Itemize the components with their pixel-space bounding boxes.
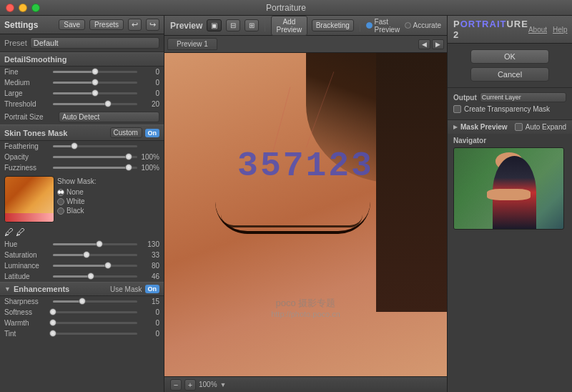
slider-row-warmth: Warmth 0	[0, 318, 164, 328]
navigator-section: Navigator	[448, 134, 572, 232]
preview-tab-1[interactable]: Preview 1	[167, 38, 217, 50]
skin-tones-mode-select[interactable]: Custom	[110, 127, 142, 138]
radio-none-dot[interactable]	[57, 189, 64, 196]
slider-row-large: Large 0	[0, 88, 164, 99]
tab-prev-button[interactable]: ◀	[418, 39, 430, 49]
preview-image-area[interactable]: 357123 poco 摄影专题 http://photo.poco.cn	[164, 53, 447, 376]
dropper-plus-icon[interactable]: 🖊	[16, 227, 25, 237]
radio-white-dot[interactable]	[57, 198, 64, 205]
settings-header: Settings Save Presets ↩ ↪	[0, 16, 164, 34]
tint-track[interactable]	[53, 333, 137, 335]
opacity-track[interactable]	[53, 156, 137, 158]
save-button[interactable]: Save	[59, 19, 85, 30]
create-transparency-checkbox[interactable]	[453, 105, 461, 113]
help-link[interactable]: Help	[553, 26, 568, 34]
add-preview-button[interactable]: Add Preview	[271, 16, 307, 36]
slider-row-luminance: Luminance 80	[0, 260, 164, 271]
latitude-value: 46	[139, 273, 159, 280]
latitude-label: Latitude	[4, 273, 51, 280]
color-swatch[interactable]	[4, 176, 54, 222]
warmth-track[interactable]	[53, 322, 137, 324]
tab-next-button[interactable]: ▶	[432, 39, 444, 49]
create-transparency-label: Create Transparency Mask	[464, 105, 550, 113]
feathering-track[interactable]	[53, 145, 137, 147]
main-layout: Settings Save Presets ↩ ↪ Preset Default…	[0, 16, 572, 392]
undo-button[interactable]: ↩	[128, 19, 142, 31]
preset-label: Preset	[4, 39, 27, 47]
navigator-thumbnail[interactable]	[453, 147, 564, 230]
view-split-button[interactable]: ⊟	[226, 19, 240, 31]
output-select[interactable]: Current Layer	[480, 92, 566, 102]
opacity-value: 100%	[139, 153, 159, 161]
radio-black-dot[interactable]	[57, 207, 64, 215]
sharpness-label: Sharpness	[4, 298, 51, 305]
preset-row: Preset Default	[0, 34, 164, 52]
sharpness-track[interactable]	[53, 300, 137, 303]
sharpness-value: 15	[139, 298, 159, 305]
softness-value: 0	[139, 308, 159, 316]
zoom-plus-button[interactable]: +	[184, 379, 196, 391]
accurate-radio[interactable]: Accurate	[405, 21, 441, 29]
portrait-size-row: Portrait Size Auto Detect	[0, 109, 164, 124]
zoom-dropdown-icon[interactable]: ▼	[220, 381, 227, 388]
window-controls	[6, 4, 40, 12]
radio-white[interactable]: White	[57, 197, 96, 205]
view-multi-button[interactable]: ⊞	[245, 19, 259, 31]
saturation-label: Saturation	[4, 251, 51, 259]
action-buttons: OK Cancel	[448, 44, 572, 87]
accurate-dot[interactable]	[405, 22, 411, 29]
fuzziness-label: Fuzziness	[4, 164, 51, 172]
hair-side	[376, 53, 447, 312]
skin-tones-on-badge[interactable]: On	[145, 129, 160, 137]
about-link[interactable]: About	[528, 26, 547, 34]
dropper-icon[interactable]: 🖊	[4, 227, 14, 237]
enhancements-on-badge[interactable]: On	[145, 285, 160, 293]
fine-track[interactable]	[53, 71, 137, 73]
luminance-value: 80	[139, 262, 159, 270]
luminance-track[interactable]	[53, 265, 137, 267]
radio-none[interactable]: None	[57, 188, 96, 196]
toolbar-separator-2	[360, 20, 360, 31]
zoom-value: 100%	[199, 381, 217, 388]
portrait-size-select[interactable]: Auto Detect	[59, 112, 159, 122]
medium-value: 0	[139, 79, 159, 87]
saturation-track[interactable]	[53, 254, 137, 256]
navigator-label: Navigator	[453, 137, 566, 144]
hue-track[interactable]	[53, 243, 137, 245]
feathering-label: Feathering	[4, 142, 51, 150]
cancel-button[interactable]: Cancel	[470, 67, 549, 82]
fast-preview-radio[interactable]: Fast Preview	[366, 18, 400, 34]
slider-row-softness: Softness 0	[0, 307, 164, 318]
brand-logo: PORTRAITURE 2	[453, 19, 528, 40]
fine-value: 0	[139, 68, 159, 76]
large-track[interactable]	[53, 92, 137, 94]
auto-expand-checkbox[interactable]	[515, 123, 523, 131]
close-button[interactable]	[6, 4, 14, 12]
enhancements-collapse-icon[interactable]: ▼	[4, 285, 11, 293]
ok-button[interactable]: OK	[470, 49, 549, 64]
softness-track[interactable]	[53, 311, 137, 313]
luminance-label: Luminance	[4, 262, 51, 270]
zoom-controls: − + 100% ▼	[170, 379, 227, 391]
auto-expand-label: Auto Expand	[526, 123, 566, 131]
radio-black[interactable]: Black	[57, 207, 96, 215]
bracketing-button[interactable]: Bracketing	[312, 19, 354, 31]
fine-label: Fine	[4, 68, 51, 76]
fuzziness-track[interactable]	[53, 167, 137, 169]
presets-button[interactable]: Presets	[89, 19, 124, 30]
preset-select[interactable]: Default	[30, 37, 159, 49]
redo-button[interactable]: ↪	[146, 19, 159, 31]
slider-row-tint: Tint 0	[0, 328, 164, 339]
fast-preview-dot[interactable]	[366, 22, 373, 29]
minimize-button[interactable]	[19, 4, 27, 12]
zoom-minus-button[interactable]: −	[170, 379, 182, 391]
latitude-track[interactable]	[53, 275, 137, 278]
threshold-track[interactable]	[53, 103, 137, 105]
output-row: Output Current Layer	[453, 92, 566, 102]
mask-preview-collapse-icon[interactable]: ▶	[453, 124, 458, 130]
medium-track[interactable]	[53, 82, 137, 84]
view-single-button[interactable]: ▣	[207, 19, 222, 31]
maximize-button[interactable]	[31, 4, 40, 12]
show-mask-area: Show Mask: None White Black	[57, 176, 96, 222]
threshold-label: Threshold	[4, 100, 51, 108]
